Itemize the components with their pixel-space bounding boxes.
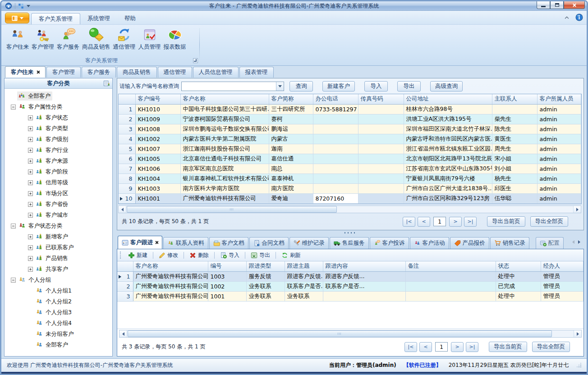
tab-communication[interactable]: 通信管理 [158,67,192,78]
scroll-right-button[interactable] [573,206,581,213]
export-button[interactable]: 导出 [397,81,421,91]
scroll-tabs-left-button[interactable] [572,239,574,245]
tree-item[interactable]: 市场分区 [5,188,112,199]
tree-item[interactable]: 新增客户 [5,231,112,242]
tree-toggle-plus-icon[interactable] [28,137,33,142]
ribbon-products-sales-button[interactable]: 商品及销售 [81,26,112,52]
table-row[interactable]: 7KH1006南京军区南京总医院南总江苏省南京市玄武区中山东路305号刘小姐ad… [119,164,581,174]
detail-tab-sales-records[interactable]: 销售记录 [490,237,529,249]
import-button[interactable]: 导入 [364,81,388,91]
first-page-button[interactable]: |< [403,217,415,227]
table-row[interactable]: 1KH1010中国电子科技集团公司第三十四研...三十四研究所0733-5881… [119,104,581,114]
column-header[interactable]: 办公电话 [313,94,358,104]
close-tab-icon[interactable] [36,70,40,74]
tree-item[interactable]: 个人分组1 [5,285,112,296]
last-page-button[interactable]: >| [464,217,477,227]
delete-button[interactable]: 删除 [187,251,211,260]
table-row[interactable]: 5KH1007浙江迦南科技股份有限公司迦南浙江省温州市瓯北镇东瓯工业区园...周… [119,144,581,154]
close-tab-icon[interactable] [155,241,158,244]
export-button[interactable]: 导出 [248,251,272,260]
ribbon-report-data-button[interactable]: 报表数据 [162,26,188,52]
table-row[interactable]: 2广州爱奇迪软件科技有限公司1002业务联系联系客户是否...联系客户是否...… [117,281,583,291]
horizontal-scrollbar[interactable] [118,206,581,213]
scrollbar-thumb[interactable] [127,206,337,213]
tree-item[interactable]: 客户阶段 [5,166,112,177]
detail-tab-complaints[interactable]: 客户投诉 [370,237,409,249]
tab-personnel-info[interactable]: 人员信息管理 [193,67,239,78]
tree-item[interactable]: 客户属性分类 [5,101,112,112]
detail-export-current-page-button[interactable]: 导出当前页 [489,342,527,352]
sidebar-config-button[interactable] [103,80,110,87]
tree-toggle-plus-icon[interactable] [28,234,33,239]
vertical-splitter[interactable] [114,78,115,357]
column-header[interactable]: 状态 [496,261,541,271]
tree-item[interactable]: 客户城市 [5,210,112,220]
table-row[interactable]: 4KH1002内蒙古医科大学第二附属医院内蒙古内蒙古呼和浩特市回民区内蒙古医..… [119,134,581,144]
tree-item[interactable]: 客户级别 [5,134,112,145]
detail-tab-contract-docs[interactable]: 合同文档 [249,237,289,249]
collapse-ribbon-button[interactable] [564,14,570,21]
tab-customer-management[interactable]: 客户管理 [46,67,81,78]
tree-item[interactable]: 个人分组 [5,274,112,285]
tree-toggle-plus-icon[interactable] [28,169,33,174]
scroll-tabs-right-button[interactable] [578,239,580,245]
application-menu-button[interactable] [5,13,29,23]
tree-item[interactable]: 客户来源 [5,155,112,166]
column-header[interactable]: 公司地址 [404,94,492,104]
page-number-input[interactable] [433,217,446,226]
export-current-page-button[interactable]: 导出当前页 [487,216,525,227]
column-header[interactable]: 客户所属人员 [537,94,581,104]
detail-export-all-pages-button[interactable]: 导出全部页 [532,342,570,352]
dialog-launcher-button[interactable] [193,58,198,63]
detail-tab-contacts[interactable]: 联系人资料 [163,237,208,249]
tab-products-sales[interactable]: 商品及销售 [117,67,157,78]
tree-item[interactable]: 全部客户 [5,339,112,350]
detail-tab-quotations[interactable]: 产品报价 [450,237,489,249]
column-header[interactable]: 传真号码 [358,94,404,104]
ribbon-tab-crm[interactable]: 客户关系管理 [31,13,80,24]
detail-tab-after-sales[interactable]: 售后服务 [330,237,369,249]
advanced-query-button[interactable]: 高级查询 [430,81,463,91]
tab-report-management[interactable]: 报表管理 [239,67,274,78]
detail-horizontal-scrollbar[interactable] [119,330,582,338]
tree-toggle-plus-icon[interactable] [28,245,33,250]
detail-scroll-right-button[interactable] [574,330,581,337]
column-header[interactable]: 经办人 [541,261,583,271]
tree-toggle-plus-icon[interactable] [28,180,33,185]
ribbon-personnel-button[interactable]: 人员管理 [137,26,162,52]
column-header[interactable]: 跟进主题 [285,261,323,271]
tree-item[interactable]: 未分组客户 [5,329,112,339]
tree-toggle-plus-icon[interactable] [28,126,33,131]
new-customer-button[interactable]: 新建客户 [322,81,355,91]
ribbon-customer-service-button[interactable]: 客户服务 [55,26,81,52]
detail-tab-config[interactable]: 配置 [536,237,564,249]
tree-item[interactable]: 客户行业 [5,145,112,155]
detail-tab-activities[interactable]: 客户活动 [410,237,449,249]
column-header[interactable]: 客户编号 [135,94,180,104]
new-button[interactable]: 新建 [126,251,150,260]
import-button[interactable]: 导入 [218,251,242,260]
detail-first-page-button[interactable]: |< [404,342,417,352]
tree-toggle-plus-icon[interactable] [28,267,33,272]
tree-item[interactable]: 个人分组2 [5,296,112,307]
table-row[interactable]: 6KH1005北京嘉信仕通电子科技有限公司嘉信仕通北京市朝阳区北苑路甲13号院北… [119,154,581,164]
quick-access-toolbar-button[interactable] [18,3,24,9]
detail-tab-customer-docs[interactable]: 客户文档 [209,237,248,249]
detail-tab-maintenance[interactable]: 维护记录 [289,237,329,249]
refresh-button[interactable]: 刷新 [279,251,303,260]
table-row[interactable]: 8KH1004银川嘉泰神机工程软件技术有限公司嘉泰神机宁夏银川凤凰南街79号六楼… [119,174,581,183]
tree-item[interactable]: 已联系客户 [5,242,112,253]
column-header[interactable]: 备注 [405,261,496,271]
tree-toggle-plus-icon[interactable] [28,148,33,153]
detail-scroll-left-button[interactable] [119,330,127,337]
ribbon-communication-button[interactable]: 通信管理 [112,26,137,52]
tree-item[interactable]: 个人分组3 [5,307,112,318]
titlebar[interactable]: 客户往来 - 广州爱奇迪软件科技有限公司-广州爱奇迪客户关系管理系统 [1,1,587,11]
tree-toggle-minus-icon[interactable] [11,105,16,110]
scrollbar-track[interactable] [126,206,573,213]
detail-scrollbar-thumb[interactable] [128,330,552,337]
horizontal-splitter[interactable] [117,230,584,235]
ribbon-customer-management-button[interactable]: 客户管理 [30,26,55,52]
table-row[interactable]: 2KH1009宁波赛柯国际贸易有限公司赛柯洪塘工业A区洪大路195号柴先生adm… [119,114,581,124]
tree-toggle-plus-icon[interactable] [28,115,33,120]
